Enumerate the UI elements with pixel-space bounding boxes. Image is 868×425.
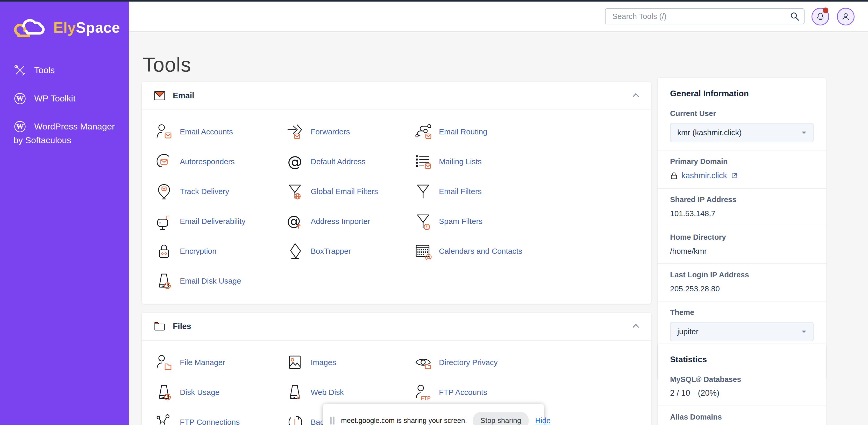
funnel-warning-icon	[414, 213, 432, 230]
mailbox-icon	[155, 213, 173, 230]
drive-dot-icon	[286, 384, 303, 401]
svg-text:@: @	[287, 153, 302, 170]
search-icon[interactable]	[789, 11, 800, 22]
tool-item-directory-privacy[interactable]: Directory Privacy	[414, 347, 651, 377]
sidebar-nav: Tools WWP Toolkit WWordPress Manager by …	[0, 63, 129, 147]
svg-text:FTP: FTP	[421, 395, 431, 401]
collapse-section-button[interactable]	[631, 321, 640, 331]
tool-item-label: Images	[311, 358, 336, 367]
tool-item-autoresponders[interactable]: Autoresponders	[155, 147, 286, 176]
tool-item-label: FTP Accounts	[439, 388, 487, 397]
topbar	[129, 2, 868, 32]
tool-item-file-manager[interactable]: File Manager	[155, 347, 286, 377]
sidebar-item-wordpress-manager-by-softaculous[interactable]: WWordPress Manager by Softaculous	[13, 120, 119, 147]
current-user-select[interactable]: kmr (kashmir.click)	[670, 123, 814, 142]
theme-row: Theme jupiter	[658, 302, 826, 349]
search-input[interactable]	[605, 8, 805, 24]
wordpress-icon: W	[13, 93, 34, 103]
tool-item-label: File Manager	[180, 358, 225, 367]
hide-link[interactable]: Hide	[535, 417, 551, 425]
forward-icon	[286, 123, 303, 140]
section-header: Email	[142, 82, 651, 110]
statistic-row-mysql-databases: MySQL® Databases 2 / 10(20%)	[658, 368, 826, 406]
screen-share-notification: meet.google.com is sharing your screen. …	[323, 404, 544, 425]
drive-pie-icon	[155, 384, 173, 401]
tool-item-label: Autoresponders	[180, 157, 235, 166]
tool-item-encryption[interactable]: Encryption	[155, 236, 286, 266]
sidebar-item-label: WP Toolkit	[34, 93, 75, 103]
home-directory-label: Home Directory	[670, 233, 814, 242]
search-box	[605, 8, 805, 24]
account-button[interactable]	[837, 8, 855, 25]
tool-item-email-deliverability[interactable]: Email Deliverability	[155, 206, 286, 236]
tool-item-ftp-accounts[interactable]: FTP FTP Accounts	[414, 377, 651, 407]
brand-name-part1: Ely	[53, 19, 76, 36]
pause-icon	[330, 416, 335, 425]
screen-share-message: meet.google.com is sharing your screen.	[341, 417, 467, 425]
tool-item-label: Encryption	[180, 247, 217, 256]
statistics-title: Statistics	[658, 344, 826, 368]
primary-domain-link[interactable]: kashmir.click	[670, 171, 814, 180]
shared-ip-label: Shared IP Address	[670, 195, 814, 204]
sidebar-item-wp-toolkit[interactable]: WWP Toolkit	[13, 92, 119, 105]
chevron-down-icon	[802, 331, 806, 335]
general-information-card: General Information Current User kmr (ka…	[658, 78, 826, 379]
tool-item-label: Disk Usage	[180, 388, 219, 397]
brand-logo[interactable]: ElySpace	[0, 2, 129, 41]
tool-item-track-delivery[interactable]: Track Delivery	[155, 176, 286, 206]
svg-text:W: W	[16, 123, 24, 131]
tool-item-email-accounts[interactable]: Email Accounts	[155, 117, 286, 147]
tool-item-global-email-filters[interactable]: Global Email Filters	[286, 176, 414, 206]
tool-item-label: Email Routing	[439, 128, 487, 136]
tool-item-images[interactable]: Images	[286, 347, 414, 377]
tool-item-ftp-connections[interactable]: FTP Connections	[155, 407, 286, 425]
tools-icon	[13, 65, 34, 75]
routing-icon	[414, 123, 432, 140]
tool-item-default-address[interactable]: @ Default Address	[286, 147, 414, 176]
last-login-ip-value: 205.253.28.80	[670, 284, 814, 293]
tool-item-label: Web Disk	[311, 388, 344, 397]
chevron-up-icon	[631, 91, 640, 100]
primary-domain-label: Primary Domain	[670, 157, 814, 166]
chevron-down-icon	[802, 132, 806, 136]
tool-item-address-importer[interactable]: @ Address Importer	[286, 206, 414, 236]
calendar-at-icon: @	[414, 243, 432, 260]
general-information-title: General Information	[658, 78, 826, 103]
wordpress-icon: W	[13, 121, 34, 131]
tool-item-label: Spam Filters	[439, 217, 483, 226]
tool-item-label: Track Delivery	[180, 187, 229, 196]
tool-item-disk-usage[interactable]: Disk Usage	[155, 377, 286, 407]
tool-item-email-routing[interactable]: Email Routing	[414, 117, 651, 147]
external-link-icon	[731, 172, 738, 179]
collapse-section-button[interactable]	[631, 91, 640, 101]
tool-item-email-disk-usage[interactable]: Email Disk Usage	[155, 266, 286, 296]
stop-sharing-button[interactable]: Stop sharing	[473, 412, 529, 425]
tool-item-email-filters[interactable]: Email Filters	[414, 176, 651, 206]
home-directory-value: /home/kmr	[670, 247, 814, 256]
backup-icon	[286, 414, 303, 425]
tool-item-spam-filters[interactable]: Spam Filters	[414, 206, 651, 236]
tool-item-forwarders[interactable]: Forwarders	[286, 117, 414, 147]
cloud-logo-icon	[13, 13, 52, 41]
statistics-rows: MySQL® Databases 2 / 10(20%) Alias Domai…	[658, 368, 826, 425]
tool-item-calendars-and-contacts[interactable]: @ Calendars and Contacts	[414, 236, 651, 266]
brand-name: ElySpace	[53, 19, 120, 36]
theme-select[interactable]: jupiter	[670, 322, 814, 341]
tool-item-web-disk[interactable]: Web Disk	[286, 377, 414, 407]
at-icon: @	[286, 153, 303, 170]
tool-item-label: Directory Privacy	[439, 358, 498, 367]
notifications-button[interactable]	[811, 8, 829, 25]
section-header: Files	[142, 313, 651, 341]
lock-icon	[155, 243, 173, 260]
tool-item-boxtrapper[interactable]: BoxTrapper	[286, 236, 414, 266]
image-icon	[286, 354, 303, 371]
user-ftp-icon: FTP	[414, 384, 432, 401]
tool-item-mailing-lists[interactable]: Mailing Lists	[414, 147, 651, 176]
diamond-icon	[286, 243, 303, 260]
section-title: Files	[173, 322, 191, 331]
funnel-globe-icon	[286, 183, 303, 200]
sidebar-item-tools[interactable]: Tools	[13, 63, 119, 77]
at-import-icon: @	[286, 213, 303, 230]
page-title: Tools	[143, 53, 191, 77]
svg-text:W: W	[16, 95, 24, 102]
